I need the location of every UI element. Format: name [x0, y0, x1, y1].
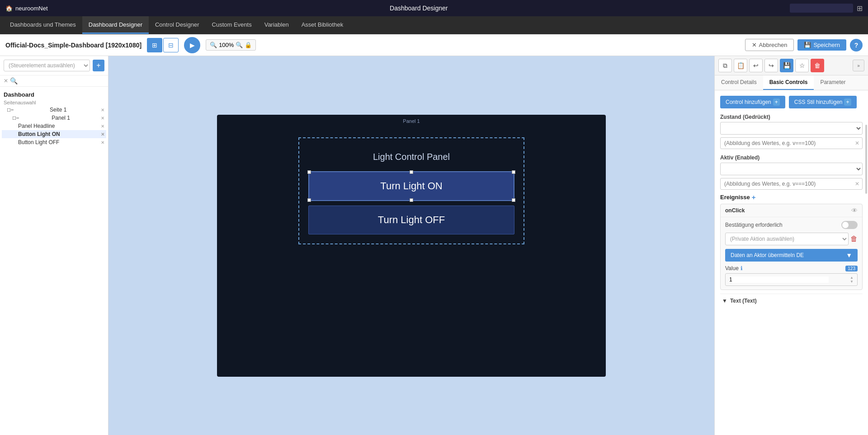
rt-paste-btn[interactable]: 📋	[734, 59, 747, 72]
canvas-panel-label: Panel 1	[403, 118, 420, 124]
onclick-event-card: onClick 👁 Bestätigung erforderlich (	[720, 204, 863, 290]
value-text: Value	[725, 265, 739, 271]
value-label: Value ℹ	[725, 265, 743, 271]
rt-save-btn[interactable]: 💾	[780, 59, 793, 72]
turn-light-on-button[interactable]: Turn Light ON	[308, 171, 514, 201]
ereignisse-header: Ereignisse +	[720, 193, 863, 201]
search-icon[interactable]: 🔍	[10, 77, 18, 84]
confirm-toggle[interactable]	[841, 221, 858, 229]
add-control-label: Control hinzufügen	[726, 99, 771, 105]
tree-item-btnon[interactable]: Button Light ON ✕	[2, 130, 106, 138]
confirm-label: Bestätigung erforderlich	[725, 222, 783, 228]
aktiv-select[interactable]	[720, 163, 863, 175]
value-input[interactable]	[729, 276, 829, 283]
sidebar-search-row: ✕ 🔍	[0, 75, 108, 87]
nav-dashboards[interactable]: Dashboards und Themes	[4, 16, 82, 34]
private-action-select[interactable]: (Private Aktion auswählen)	[725, 233, 849, 245]
view-split-btn[interactable]: ⊟	[163, 38, 179, 52]
rt-star-btn[interactable]: ☆	[795, 59, 809, 72]
toolbar: Official-Docs_Simple-Dashboard [1920x108…	[0, 34, 868, 56]
zoom-control: 🔍 100% 🔍 🔒	[206, 39, 256, 51]
cancel-x-icon: ✕	[752, 42, 757, 48]
event-visibility-icon[interactable]: 👁	[851, 207, 858, 214]
value-arrows[interactable]: ▲ ▼	[850, 276, 854, 284]
tab-basic-controls[interactable]: Basic Controls	[763, 75, 814, 90]
nav-variablen[interactable]: Variablen	[258, 16, 295, 34]
seite1-icon: □−	[7, 107, 14, 113]
action-delete-btn[interactable]: 🗑	[850, 235, 858, 243]
nav-control-designer[interactable]: Control Designer	[149, 16, 206, 34]
top-search-input[interactable]	[790, 4, 853, 13]
rt-delete-btn[interactable]: 🗑	[811, 59, 824, 72]
aktiv-label: Aktiv (Enabled)	[720, 154, 863, 161]
zoom-out-icon[interactable]: 🔍	[210, 42, 217, 48]
turn-light-off-button[interactable]: Turn Light OFF	[308, 206, 514, 234]
btn-on-label: Turn Light ON	[380, 180, 442, 192]
value-up-arrow[interactable]: ▲	[850, 276, 854, 280]
rt-redo-btn[interactable]: ↪	[764, 59, 778, 72]
btnon-close[interactable]: ✕	[101, 132, 104, 137]
headline-close[interactable]: ✕	[101, 124, 104, 129]
headline-label: Panel Headline	[18, 123, 55, 129]
view-grid-btn[interactable]: ⊞	[147, 38, 162, 52]
seite1-close[interactable]: ✕	[101, 108, 104, 112]
tree-item-headline[interactable]: Panel Headline ✕	[2, 122, 106, 130]
btnoff-close[interactable]: ✕	[101, 140, 104, 145]
lock-icon[interactable]: 🔒	[245, 42, 252, 48]
tree-item-seite1[interactable]: □− Seite 1 ✕	[2, 106, 106, 114]
zustand-select-row	[720, 122, 863, 135]
add-control-btn-right[interactable]: Control hinzufügen +	[720, 96, 785, 108]
rt-expand-btn[interactable]: »	[853, 60, 864, 71]
handle-tl[interactable]	[307, 170, 311, 174]
aktiv-input-row: ✕	[720, 178, 863, 190]
tab-parameter[interactable]: Parameter	[814, 75, 852, 90]
zustand-clear-btn[interactable]: ✕	[852, 140, 862, 146]
handle-tr[interactable]	[512, 170, 515, 174]
aktiv-input[interactable]	[721, 178, 852, 189]
ereignisse-add-btn[interactable]: +	[752, 193, 756, 201]
rt-undo-btn[interactable]: ↩	[749, 59, 763, 72]
tree-item-btnoff[interactable]: Button Light OFF ✕	[2, 138, 106, 146]
handle-bl[interactable]	[307, 198, 311, 202]
zustand-input[interactable]	[721, 138, 852, 149]
handle-tm[interactable]	[410, 170, 413, 174]
data-transfer-btn[interactable]: Daten an Aktor übermitteln DE ▼	[725, 249, 858, 262]
play-btn[interactable]: ▶	[184, 37, 200, 53]
add-control-btn[interactable]: +	[93, 60, 104, 71]
nav-bar: Dashboards und Themes Dashboard Designer…	[0, 16, 868, 34]
right-content: Control hinzufügen + CSS Stil hinzufügen…	[715, 90, 868, 435]
cancel-button[interactable]: ✕ Abbrechen	[745, 39, 794, 51]
cancel-label: Abbrechen	[759, 42, 788, 48]
value-input-box: ▲ ▼	[725, 273, 858, 286]
home-icon: 🏠	[5, 5, 13, 12]
rt-copy-btn[interactable]: ⧉	[718, 59, 732, 72]
zustand-select[interactable]	[720, 122, 863, 135]
zoom-in-icon[interactable]: 🔍	[236, 42, 243, 48]
chevron-down-icon: ▼	[722, 298, 727, 304]
onclick-title: onClick	[725, 207, 745, 214]
nav-custom-events[interactable]: Custom Events	[206, 16, 258, 34]
panel-title: Light Control Panel	[308, 152, 514, 162]
panel1-close[interactable]: ✕	[101, 116, 104, 121]
text-section[interactable]: ▼ Text (Text)	[720, 294, 863, 308]
handle-br[interactable]	[512, 198, 515, 202]
aktiv-clear-btn[interactable]: ✕	[852, 181, 862, 187]
right-scrollbar[interactable]	[865, 125, 867, 194]
nav-assets[interactable]: Asset Bibliothek	[295, 16, 350, 34]
help-button[interactable]: ?	[850, 39, 863, 51]
grid-icon: ⊞	[857, 4, 863, 13]
value-down-arrow[interactable]: ▼	[850, 280, 854, 284]
save-button[interactable]: 💾 Speichern	[797, 39, 846, 51]
nav-designer[interactable]: Dashboard Designer	[82, 16, 149, 34]
event-card-body: Bestätigung erforderlich (Private Aktion…	[721, 217, 862, 290]
tree-item-panel1[interactable]: □− Panel 1 ✕	[2, 114, 106, 122]
save-label: Speichern	[813, 42, 840, 48]
add-css-btn[interactable]: CSS Stil hinzufügen +	[789, 96, 857, 108]
text-section-label: Text (Text)	[730, 298, 757, 304]
save-disk-icon: 💾	[804, 42, 811, 48]
tab-control-details[interactable]: Control Details	[715, 75, 763, 90]
btn-off-label: Turn Light OFF	[378, 214, 445, 225]
search-clear-btn[interactable]: ✕	[4, 78, 8, 84]
handle-bm[interactable]	[410, 198, 413, 202]
control-select[interactable]: (Steuerelement auswählen)	[4, 60, 90, 71]
